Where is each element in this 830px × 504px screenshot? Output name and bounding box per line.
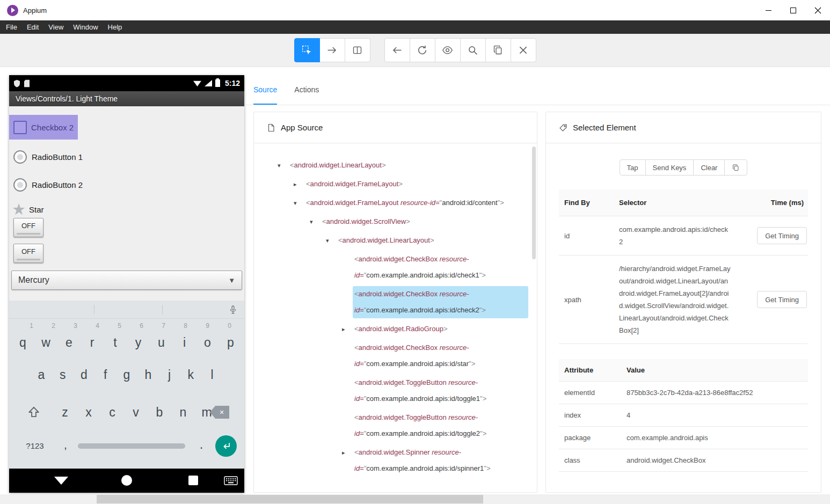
get-timing-button[interactable]: Get Timing — [757, 291, 807, 308]
scrollbar-thumb[interactable] — [532, 147, 536, 259]
device-toggle1[interactable]: OFF — [13, 218, 43, 237]
device-radiobutton1[interactable]: RadioButton 1 — [9, 145, 83, 169]
tree-expander-icon[interactable]: ▸ — [294, 176, 304, 192]
key-hint-3[interactable]: 3 — [61, 322, 83, 331]
keyboard-icon[interactable] — [224, 476, 238, 487]
key-u[interactable]: u — [150, 332, 173, 353]
shift-key[interactable] — [17, 405, 51, 421]
space-key[interactable] — [78, 443, 185, 449]
device-nav-bar[interactable] — [9, 469, 244, 493]
menu-edit[interactable]: Edit — [22, 20, 43, 34]
back-button[interactable] — [384, 38, 410, 62]
microphone-icon[interactable] — [228, 304, 238, 317]
tree-node[interactable]: <android.widget.CheckBox resource-id="co… — [267, 340, 528, 372]
tree-node[interactable]: ▾<android.widget.LinearLayout> — [267, 157, 528, 173]
send-keys-button[interactable]: Send Keys — [645, 159, 694, 176]
key-hint-2[interactable]: 2 — [39, 322, 61, 331]
tab-source[interactable]: Source — [253, 75, 277, 105]
select-elements-button[interactable] — [294, 38, 320, 62]
menu-file[interactable]: File — [1, 20, 22, 34]
key-hint-1[interactable]: 1 — [17, 322, 39, 331]
refresh-button[interactable] — [410, 38, 435, 62]
device-keyboard[interactable]: 1234567890 qwertyuiop asdfghjkl zxcvbnm … — [9, 301, 244, 469]
tree-expander-icon[interactable]: ▾ — [310, 214, 321, 230]
tree-expander-icon[interactable]: ▾ — [278, 157, 288, 173]
menu-view[interactable]: View — [43, 20, 68, 34]
key-y[interactable]: y — [127, 332, 150, 353]
enter-key[interactable] — [215, 435, 237, 457]
key-i[interactable]: i — [173, 332, 196, 353]
key-g[interactable]: g — [116, 364, 137, 388]
tab-actions[interactable]: Actions — [294, 75, 319, 105]
device-checkbox2[interactable]: Checkbox 2 — [9, 115, 78, 140]
device-star-checkbox[interactable]: ★ Star — [9, 200, 44, 219]
clear-button[interactable]: Clear — [693, 159, 725, 176]
search-button[interactable] — [460, 38, 486, 62]
copy-attributes-button[interactable] — [724, 159, 747, 176]
key-hint-7[interactable]: 7 — [149, 322, 171, 331]
symbols-key[interactable]: ?123 — [20, 434, 50, 458]
key-s[interactable]: s — [52, 364, 74, 388]
tree-expander-icon[interactable]: ▾ — [326, 232, 337, 249]
get-timing-button[interactable]: Get Timing — [757, 227, 807, 244]
home-icon[interactable] — [121, 475, 132, 486]
source-scrollbar[interactable] — [532, 147, 536, 489]
key-z[interactable]: z — [53, 400, 77, 425]
key-hint-5[interactable]: 5 — [105, 322, 127, 331]
key-hint-9[interactable]: 9 — [193, 322, 215, 331]
key-j[interactable]: j — [159, 364, 180, 388]
key-l[interactable]: l — [201, 364, 223, 388]
close-button[interactable] — [805, 0, 830, 20]
key-o[interactable]: o — [196, 332, 219, 353]
minimize-button[interactable] — [756, 0, 781, 20]
device-toggle2[interactable]: OFF — [13, 244, 43, 263]
horizontal-scrollbar[interactable] — [0, 494, 830, 504]
key-t[interactable]: t — [104, 332, 127, 353]
key-p[interactable]: p — [219, 332, 242, 353]
key-hint-8[interactable]: 8 — [171, 322, 193, 331]
device-spinner[interactable]: Mercury ▼ — [11, 271, 242, 290]
device-screenshot[interactable]: 5:12 Views/Controls/1. Light Theme Check… — [9, 75, 244, 493]
tree-node-selected[interactable]: <android.widget.CheckBox resource-id="co… — [267, 286, 528, 318]
key-v[interactable]: v — [124, 400, 148, 425]
tree-node[interactable]: ▸<android.widget.FrameLayout> — [267, 176, 528, 192]
tree-node[interactable]: ▸<android.widget.Spinner resource-id="co… — [267, 444, 528, 477]
tree-expander-icon[interactable]: ▸ — [342, 444, 353, 477]
tree-node[interactable]: <android.widget.ToggleButton resource-id… — [267, 375, 528, 407]
horizontal-scrollbar-thumb[interactable] — [97, 495, 483, 503]
tap-button[interactable]: Tap — [620, 159, 646, 176]
key-x[interactable]: x — [77, 400, 100, 425]
screenshot-button[interactable] — [435, 38, 461, 62]
copy-button[interactable] — [485, 38, 511, 62]
key-q[interactable]: q — [11, 332, 34, 353]
key-a[interactable]: a — [31, 364, 52, 388]
comma-key[interactable]: , — [56, 434, 75, 456]
key-b[interactable]: b — [148, 400, 171, 425]
key-d[interactable]: d — [74, 364, 95, 388]
tree-expander-icon[interactable]: ▸ — [342, 321, 353, 337]
key-hint-0[interactable]: 0 — [215, 322, 237, 331]
key-k[interactable]: k — [180, 364, 201, 388]
tree-node[interactable]: <android.widget.CheckBox resource-id="co… — [267, 251, 528, 283]
device-radiobutton2[interactable]: RadioButton 2 — [9, 173, 83, 196]
menu-help[interactable]: Help — [103, 20, 127, 34]
quit-button[interactable] — [511, 38, 536, 62]
key-h[interactable]: h — [137, 364, 159, 388]
key-r[interactable]: r — [81, 332, 104, 353]
key-f[interactable]: f — [94, 364, 116, 388]
swipe-by-coordinates-button[interactable] — [319, 38, 345, 62]
key-c[interactable]: c — [100, 400, 124, 425]
key-e[interactable]: e — [57, 332, 81, 353]
recents-icon[interactable] — [188, 476, 198, 485]
tree-node[interactable]: ▸<android.widget.RadioGroup> — [267, 321, 528, 337]
key-n[interactable]: n — [171, 400, 195, 425]
key-w[interactable]: w — [34, 332, 57, 353]
tree-node[interactable]: <android.widget.ToggleButton resource-id… — [267, 410, 528, 442]
menu-window[interactable]: Window — [68, 20, 103, 34]
tree-node[interactable]: ▾<android.widget.ScrollView> — [267, 214, 528, 230]
key-hint-4[interactable]: 4 — [83, 322, 105, 331]
key-hint-6[interactable]: 6 — [127, 322, 149, 331]
back-hide-keyboard-icon[interactable] — [54, 477, 68, 485]
maximize-button[interactable] — [781, 0, 805, 20]
tap-by-coordinates-button[interactable] — [345, 38, 370, 62]
